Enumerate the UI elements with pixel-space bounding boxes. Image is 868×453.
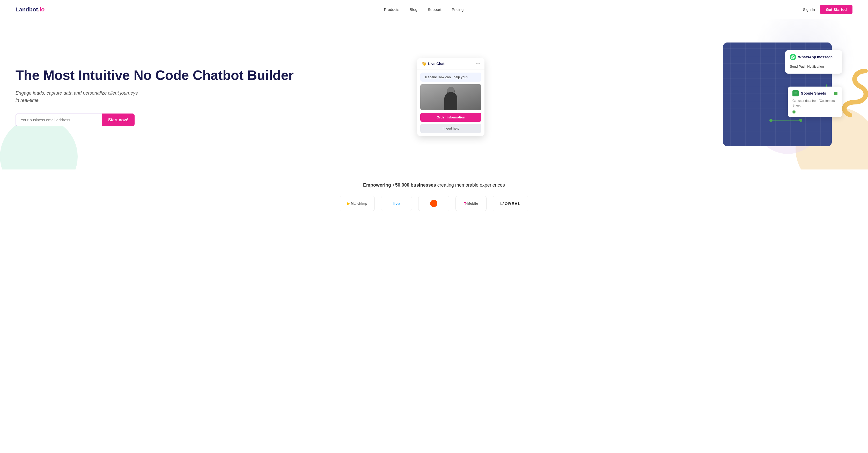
logo-card-5: L'ORÉAL <box>493 196 528 211</box>
nav-right: Sign In Get Started <box>803 5 852 14</box>
bottom-title: Empowering +50,000 businesses creating m… <box>16 182 852 188</box>
nav-products[interactable]: Products <box>384 7 399 12</box>
email-input[interactable] <box>16 114 102 126</box>
order-info-button[interactable]: Order information <box>420 113 482 122</box>
logo-card-2: live <box>381 196 412 211</box>
bottom-section: Empowering +50,000 businesses creating m… <box>0 169 868 219</box>
bottom-title-rest: creating memorable experiences <box>436 182 505 188</box>
chat-card-header: 👋 Live Chat <box>417 58 485 69</box>
logo-dot: .io <box>38 6 45 13</box>
start-now-button[interactable]: Start now! <box>102 114 134 126</box>
hero-illustration: 👋 Live Chat Hi again! How can I help you… <box>417 43 852 151</box>
chat-title: 👋 Live Chat <box>421 61 444 66</box>
bottom-title-bold: Empowering +50,000 businesses <box>363 182 436 188</box>
svg-rect-8 <box>796 92 797 93</box>
nav-blog[interactable]: Blog <box>410 7 417 12</box>
logo[interactable]: Landbot .io <box>16 6 44 13</box>
sheets-description: Get user data from 'Customers Sheet' <box>793 98 837 108</box>
logo-card-4: T -Mobile <box>456 196 487 211</box>
hero-title: The Most Intuitive No Code Chatbot Build… <box>16 68 392 83</box>
nav-support[interactable]: Support <box>428 7 441 12</box>
svg-point-2 <box>799 119 802 122</box>
svg-rect-12 <box>796 94 797 94</box>
svg-rect-9 <box>795 93 796 93</box>
logo-card-1: ▶ Mailchimp <box>340 196 375 211</box>
sheets-connector-dot <box>834 92 837 95</box>
svg-rect-6 <box>794 91 797 95</box>
nav-links: Products Blog Support Pricing <box>384 7 464 12</box>
get-started-button[interactable]: Get Started <box>820 5 852 14</box>
svg-rect-10 <box>796 93 797 93</box>
hero-form: Start now! <box>16 114 134 126</box>
whatsapp-title: WhatsApp message <box>790 54 837 60</box>
dot1 <box>476 63 477 64</box>
nav-pricing[interactable]: Pricing <box>452 7 464 12</box>
brand-logo-3-icon <box>430 199 438 207</box>
svg-point-13 <box>430 200 437 207</box>
sheets-icon <box>793 90 799 96</box>
dot2 <box>477 63 478 64</box>
dot3 <box>479 63 480 64</box>
sheets-title: Google Sheets <box>793 90 837 96</box>
signin-link[interactable]: Sign In <box>803 7 815 12</box>
chat-body: Hi again! How can I help you? Order info… <box>417 69 485 136</box>
chat-image <box>420 84 482 110</box>
wave-emoji: 👋 <box>421 61 427 66</box>
svg-rect-11 <box>795 94 796 94</box>
chat-bubble: Hi again! How can I help you? <box>420 73 482 82</box>
svg-point-1 <box>769 119 773 122</box>
whatsapp-card: WhatsApp message Send Push Notification <box>785 50 842 74</box>
logo-text: Landbot <box>16 6 38 13</box>
logo-card-3 <box>418 196 449 211</box>
chat-menu-dots[interactable] <box>476 63 480 64</box>
live-chat-card: 👋 Live Chat Hi again! How can I help you… <box>417 58 485 136</box>
svg-rect-7 <box>795 92 796 93</box>
logos-row: ▶ Mailchimp live T -Mobile L'ORÉAL <box>16 196 852 211</box>
sheets-card: Google Sheets Get user data from 'Custom… <box>788 87 842 117</box>
navigation: Landbot .io Products Blog Support Pricin… <box>0 0 868 19</box>
hero-section: The Most Intuitive No Code Chatbot Build… <box>0 19 868 169</box>
sheets-bottom-dot <box>793 110 796 114</box>
hero-subtitle: Engage leads, capture data and personali… <box>16 89 140 105</box>
whatsapp-icon <box>790 54 796 60</box>
hero-left: The Most Intuitive No Code Chatbot Build… <box>16 68 392 126</box>
need-help-button[interactable]: I need help <box>420 124 482 133</box>
push-notification-item: Send Push Notification <box>790 63 837 70</box>
